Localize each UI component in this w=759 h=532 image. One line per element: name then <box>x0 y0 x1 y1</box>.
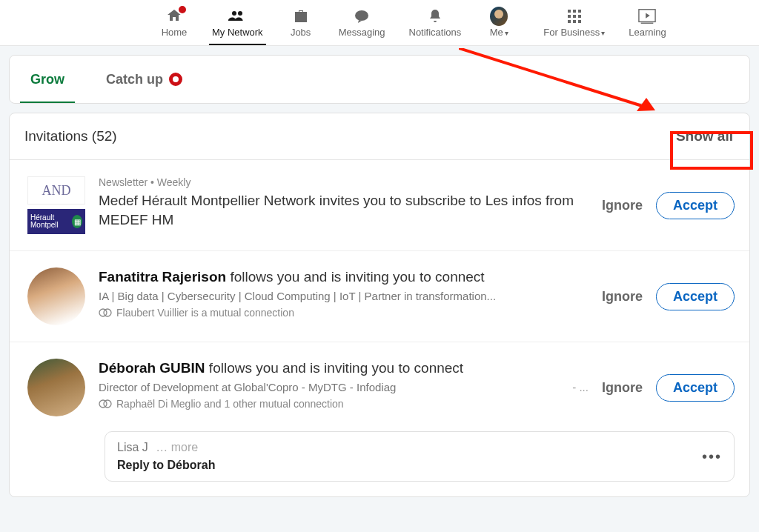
invitation-item-newsletter: AND Hérault Montpell ▦ Newsletter • Week… <box>10 160 749 251</box>
notification-ring-icon <box>169 73 182 86</box>
tab-catch-up[interactable]: Catch up <box>106 57 182 102</box>
svg-point-1 <box>238 11 242 16</box>
play-icon <box>638 7 656 25</box>
svg-point-9 <box>99 400 107 408</box>
invitation-line: Fanatitra Rajerison follows you and is i… <box>99 267 589 287</box>
tab-grow[interactable]: Grow <box>30 57 64 102</box>
invitation-item-person: Déborah GUBIN follows you and is invitin… <box>10 342 749 424</box>
accept-button[interactable]: Accept <box>656 374 735 402</box>
avatar-icon <box>490 7 508 25</box>
person-headline: IA | Big data | Cybersecurity | Cloud Co… <box>99 290 589 302</box>
invitations-title: Invitations (52) <box>24 128 117 144</box>
nav-me[interactable]: Me▾ <box>473 0 525 45</box>
invitation-item-person: Fanatitra Rajerison follows you and is i… <box>10 251 749 342</box>
accept-button[interactable]: Accept <box>656 283 735 310</box>
message-preview-box[interactable]: Lisa J … more Reply to Déborah ••• <box>105 431 735 482</box>
svg-point-8 <box>104 309 111 316</box>
show-all-button[interactable]: Show all <box>675 125 735 147</box>
person-headline: Director of Development at Global'Copro … <box>99 381 589 393</box>
nav-home[interactable]: Home <box>148 0 200 45</box>
nav-learning[interactable]: Learning <box>617 0 678 45</box>
svg-point-2 <box>355 10 368 21</box>
mutual-connections: Raphaël Di Meglio and 1 other mutual con… <box>99 398 589 410</box>
nav-jobs[interactable]: Jobs <box>275 0 327 45</box>
person-avatar[interactable] <box>27 359 85 416</box>
mutual-connections: Flaubert Vuillier is a mutual connection <box>99 307 589 319</box>
briefcase-icon <box>292 7 310 25</box>
grid-icon <box>566 7 583 25</box>
mutual-icon <box>99 308 112 317</box>
chat-icon <box>353 7 371 25</box>
svg-point-10 <box>104 400 111 408</box>
home-icon <box>165 7 183 25</box>
tabs-card: Grow Catch up <box>9 55 750 104</box>
more-options-button[interactable]: ••• <box>702 448 722 465</box>
newsletter-line: Medef Hérault Montpellier Network invite… <box>99 191 589 229</box>
content-area: Grow Catch up Invitations (52) Show all … <box>0 46 759 515</box>
reply-label: Reply to Déborah <box>117 459 215 472</box>
svg-point-0 <box>232 11 236 16</box>
invitations-card: Invitations (52) Show all AND Hérault Mo… <box>9 113 750 497</box>
invitation-line: Déborah GUBIN follows you and is invitin… <box>99 359 589 378</box>
nav-my-network[interactable]: My Network <box>200 0 275 45</box>
nav-messaging[interactable]: Messaging <box>327 0 397 45</box>
ignore-button[interactable]: Ignore <box>602 289 643 305</box>
mutual-icon <box>99 399 112 408</box>
nav-notifications[interactable]: Notifications <box>397 0 474 45</box>
bell-icon <box>426 7 444 25</box>
accept-button[interactable]: Accept <box>656 192 735 219</box>
people-icon <box>228 7 246 25</box>
newsletter-meta: Newsletter • Weekly <box>99 176 589 188</box>
ignore-button[interactable]: Ignore <box>602 198 643 213</box>
svg-point-7 <box>99 309 107 316</box>
newsletter-thumb[interactable]: AND Hérault Montpell ▦ <box>27 176 85 234</box>
nav-business[interactable]: For Business▾ <box>531 0 617 45</box>
notification-dot <box>177 4 188 15</box>
ignore-button[interactable]: Ignore <box>602 380 643 396</box>
person-avatar[interactable] <box>27 267 85 325</box>
top-nav: Home My Network Jobs Messaging Notificat… <box>0 0 759 46</box>
